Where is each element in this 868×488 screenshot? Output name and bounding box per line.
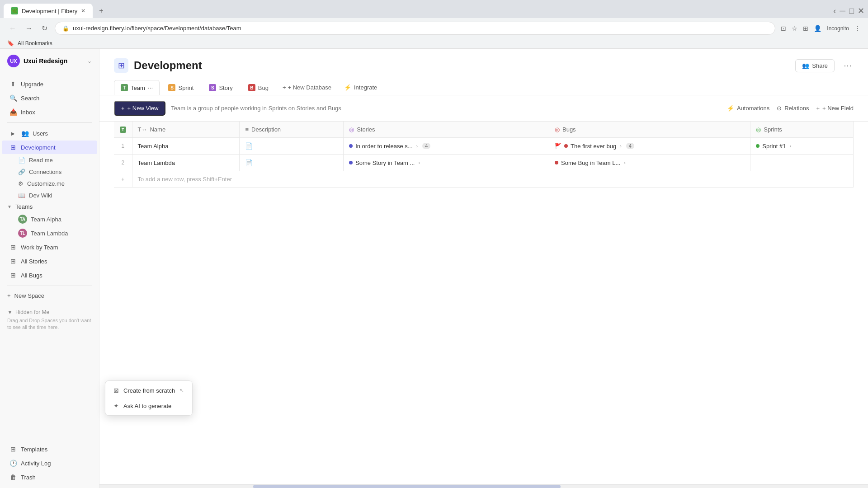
- page-title-row: ⊞ Development 👥 Share ⋯: [114, 58, 854, 73]
- name-col-type-icon: T↔: [138, 126, 147, 133]
- extensions-icon[interactable]: ⊞: [803, 25, 808, 32]
- col-header-name[interactable]: T↔ Name: [132, 122, 240, 138]
- workspace-name: Uxui Redesign: [24, 57, 84, 65]
- relations-icon: ⊙: [777, 105, 782, 112]
- row2-bug-label[interactable]: Some Bug in Team L...: [561, 160, 620, 166]
- sidebar-item-development[interactable]: ⊞ Development: [2, 141, 97, 154]
- forward-btn[interactable]: →: [24, 23, 34, 34]
- sidebar-sub-team-alpha[interactable]: TA Team Alpha: [2, 212, 97, 226]
- row2-story-arrow[interactable]: ›: [418, 160, 420, 165]
- browser-more-btn[interactable]: ⋮: [854, 25, 861, 32]
- active-tab[interactable]: 🌿 Development | Fibery ✕: [4, 4, 93, 18]
- minimize-btn[interactable]: ─: [840, 6, 845, 16]
- horizontal-scrollbar[interactable]: [99, 484, 868, 488]
- share-btn[interactable]: 👥 Share: [795, 59, 835, 72]
- sidebar-item-activity-log[interactable]: 🕐 Activity Log: [2, 456, 97, 470]
- table-row: 2 Team Lambda 📄 Some Story in Team ... ›: [114, 155, 854, 171]
- row1-name[interactable]: Team Alpha: [132, 138, 240, 155]
- row2-desc[interactable]: 📄: [240, 155, 344, 171]
- sidebar-sub-team-lambda[interactable]: TL Team Lambda: [2, 226, 97, 240]
- teams-section-header[interactable]: ▼ Teams: [0, 202, 99, 212]
- row1-desc[interactable]: 📄: [240, 138, 344, 155]
- integrate-btn[interactable]: ⚡ Integrate: [339, 81, 382, 94]
- row1-story-arrow[interactable]: ›: [416, 143, 418, 149]
- customize-label: Customize.me: [27, 180, 65, 187]
- sidebar-sub-customize[interactable]: ⚙ Customize.me: [2, 178, 97, 189]
- new-tab-btn[interactable]: +: [94, 4, 108, 18]
- connections-icon: 🔗: [18, 169, 25, 175]
- new-space-btn[interactable]: + New Space: [0, 290, 99, 302]
- tab-close-btn[interactable]: ✕: [81, 8, 85, 14]
- workspace-header[interactable]: UX Uxui Redesign ⌄: [0, 49, 99, 73]
- hidden-section: ▼ Hidden for Me Drag and Drop Spaces you…: [0, 305, 99, 335]
- close-btn[interactable]: ✕: [858, 6, 864, 16]
- col-header-description[interactable]: ≡ Description: [240, 122, 344, 138]
- story-tab-label: Story: [219, 84, 232, 91]
- sidebar-item-templates[interactable]: ⊞ Templates: [2, 442, 97, 456]
- row2-name-text: Team Lambda: [138, 160, 175, 166]
- more-options-btn[interactable]: ⋯: [842, 59, 854, 72]
- sidebar-item-work-by-team[interactable]: ⊞ Work by Team: [2, 240, 97, 254]
- profile-btn[interactable]: 👤: [814, 25, 821, 32]
- search-icon: 🔍: [9, 94, 17, 102]
- sidebar-sub-readme[interactable]: 📄 Read me: [2, 155, 97, 166]
- tab-team[interactable]: T Team ···: [114, 80, 160, 95]
- sidebar-item-all-bugs[interactable]: ⊞ All Bugs: [2, 268, 97, 282]
- row1-bug-label[interactable]: The first ever bug: [571, 143, 616, 150]
- sidebar-sub-devwiki[interactable]: 📖 Dev Wiki: [2, 190, 97, 201]
- row1-story-count: 4: [422, 143, 430, 149]
- users-icon: 👥: [21, 129, 29, 137]
- teams-label: Teams: [15, 203, 33, 210]
- sidebar-item-users[interactable]: ▶ 👥 Users: [2, 127, 97, 140]
- maximize-btn[interactable]: □: [849, 6, 854, 16]
- bookmark-icon[interactable]: ☆: [792, 25, 797, 32]
- row1-sprint-label[interactable]: Sprint #1: [762, 143, 786, 150]
- url-bar[interactable]: 🔒 uxui-redesign.fibery.io/fibery/space/D…: [55, 22, 775, 35]
- team-tab-more[interactable]: ···: [148, 84, 153, 91]
- new-database-btn[interactable]: + + New Database: [277, 81, 337, 94]
- row1-story-label[interactable]: In order to release s...: [355, 143, 412, 150]
- col-header-stories[interactable]: ◎ Stories: [344, 122, 549, 138]
- sidebar-sub-connections[interactable]: 🔗 Connections: [2, 166, 97, 178]
- col-header-bugs[interactable]: ◎ Bugs: [549, 122, 750, 138]
- lock-icon: 🔒: [62, 25, 69, 32]
- ask-ai-item[interactable]: ✦ Ask AI to generate: [107, 398, 190, 413]
- sidebar: UX Uxui Redesign ⌄ ⬆ Upgrade 🔍 Search 📥 …: [0, 49, 99, 488]
- sidebar-item-trash[interactable]: 🗑 Trash: [2, 470, 97, 484]
- scroll-thumb[interactable]: [253, 485, 561, 488]
- tab-sprint[interactable]: S Sprint: [161, 80, 200, 95]
- tab-scroll-left[interactable]: ‹: [833, 6, 836, 16]
- sidebar-item-all-stories[interactable]: ⊞ All Stories: [2, 254, 97, 268]
- row1-sprint-arrow[interactable]: ›: [789, 143, 791, 149]
- back-btn[interactable]: ←: [7, 23, 18, 34]
- col-name-label: Name: [150, 126, 165, 133]
- hidden-desc: Drag and Drop Spaces you don't want to s…: [7, 317, 92, 331]
- row2-stories-cell: Some Story in Team ... ›: [349, 160, 543, 166]
- sprints-col-icon: ◎: [756, 126, 761, 133]
- create-from-scratch-item[interactable]: ⊠ Create from scratch ↖: [107, 383, 190, 398]
- users-toggle-icon: ▶: [9, 129, 17, 137]
- add-row[interactable]: + To add a new row, press Shift+Enter: [114, 171, 854, 188]
- toolbar-description: Team is a group of people working in Spr…: [171, 105, 722, 112]
- sidebar-item-inbox[interactable]: 📥 Inbox: [2, 105, 97, 119]
- create-scratch-label: Create from scratch: [123, 387, 175, 394]
- new-field-btn[interactable]: + + New Field: [816, 105, 854, 112]
- inbox-icon: 📥: [9, 108, 17, 116]
- col-header-sprints[interactable]: ◎ Sprints: [750, 122, 854, 138]
- row2-bug-arrow[interactable]: ›: [624, 160, 626, 165]
- row2-sprints: [750, 155, 854, 171]
- header-actions: 👥 Share ⋯: [795, 59, 854, 72]
- new-view-btn[interactable]: + + New View: [114, 101, 165, 116]
- sidebar-item-upgrade[interactable]: ⬆ Upgrade: [2, 77, 97, 91]
- cast-icon[interactable]: ⊡: [781, 25, 786, 32]
- desc-col-type-icon: ≡: [245, 126, 249, 133]
- relations-btn[interactable]: ⊙ Relations: [777, 105, 809, 112]
- automations-btn[interactable]: ⚡ Automations: [727, 105, 769, 112]
- tab-bug[interactable]: B Bug: [241, 80, 275, 95]
- row1-bug-arrow[interactable]: ›: [620, 143, 622, 149]
- tab-story[interactable]: S Story: [202, 80, 239, 95]
- sidebar-item-search[interactable]: 🔍 Search: [2, 91, 97, 105]
- refresh-btn[interactable]: ↻: [40, 22, 49, 34]
- row2-name[interactable]: Team Lambda: [132, 155, 240, 171]
- row2-story-label[interactable]: Some Story in Team ...: [355, 160, 415, 166]
